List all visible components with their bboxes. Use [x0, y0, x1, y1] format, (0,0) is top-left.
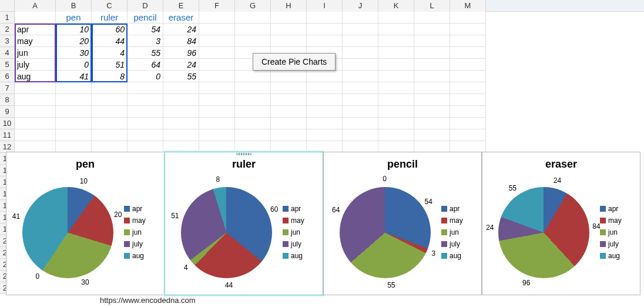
cell-A11[interactable] [15, 129, 56, 141]
cell-L6[interactable] [414, 71, 450, 82]
cell-I11[interactable] [307, 129, 343, 141]
cell-C2[interactable]: 60 [92, 24, 128, 35]
cell-L4[interactable] [414, 47, 450, 59]
cell-M10[interactable] [450, 118, 486, 129]
cell-L2[interactable] [414, 24, 450, 35]
cell-F1[interactable] [199, 12, 235, 24]
cell-G6[interactable] [235, 71, 271, 82]
cell-J2[interactable] [343, 24, 378, 35]
cell-C12[interactable] [92, 141, 128, 153]
cell-A7[interactable] [15, 82, 56, 94]
cell-E2[interactable]: 24 [163, 24, 199, 35]
cell-C7[interactable] [92, 82, 128, 94]
cell-K2[interactable] [378, 24, 414, 35]
cell-M6[interactable] [450, 71, 486, 82]
cell-E12[interactable] [163, 141, 199, 153]
cell-L1[interactable] [414, 12, 450, 24]
cell-A4[interactable]: jun [15, 47, 56, 59]
cell-B12[interactable] [56, 141, 92, 153]
chart-card-pen[interactable]: pen102030041aprmayjunjulyaug [6, 152, 165, 295]
row-header-10[interactable]: 10 [0, 118, 15, 129]
cell-E3[interactable]: 84 [163, 35, 199, 47]
cell-H1[interactable] [271, 12, 307, 24]
cell-J1[interactable] [343, 12, 378, 24]
cell-C6[interactable]: 8 [92, 71, 128, 82]
cell-M1[interactable] [450, 12, 486, 24]
cell-L11[interactable] [414, 129, 450, 141]
cell-F7[interactable] [199, 82, 235, 94]
cell-D5[interactable]: 64 [128, 59, 163, 71]
cell-J8[interactable] [343, 94, 378, 106]
cell-M7[interactable] [450, 82, 486, 94]
cell-J12[interactable] [343, 141, 378, 153]
column-header-A[interactable]: A [15, 0, 56, 12]
column-header-B[interactable]: B [56, 0, 92, 12]
cell-M5[interactable] [450, 59, 486, 71]
cell-I1[interactable] [307, 12, 343, 24]
cell-G2[interactable] [235, 24, 271, 35]
cell-K6[interactable] [378, 71, 414, 82]
row-header-2[interactable]: 2 [0, 24, 15, 35]
cell-G11[interactable] [235, 129, 271, 141]
cell-E7[interactable] [163, 82, 199, 94]
cell-E1[interactable]: eraser [163, 12, 199, 24]
cell-G8[interactable] [235, 94, 271, 106]
cell-F5[interactable] [199, 59, 235, 71]
row-header-7[interactable]: 7 [0, 82, 15, 94]
cell-D7[interactable] [128, 82, 163, 94]
cell-F3[interactable] [199, 35, 235, 47]
cell-E9[interactable] [163, 106, 199, 118]
row-header-3[interactable]: 3 [0, 35, 15, 47]
cell-D12[interactable] [128, 141, 163, 153]
cell-M2[interactable] [450, 24, 486, 35]
cell-D8[interactable] [128, 94, 163, 106]
cell-B7[interactable] [56, 82, 92, 94]
cell-A2[interactable]: apr [15, 24, 56, 35]
cell-K3[interactable] [378, 35, 414, 47]
chart-card-ruler[interactable]: ruler60444518aprmayjunjulyaug [165, 152, 323, 295]
cell-C9[interactable] [92, 106, 128, 118]
column-header-C[interactable]: C [92, 0, 128, 12]
cell-K12[interactable] [378, 141, 414, 153]
cell-B3[interactable]: 20 [56, 35, 92, 47]
cell-J6[interactable] [343, 71, 378, 82]
row-header-12[interactable]: 12 [0, 141, 15, 153]
cell-F11[interactable] [199, 129, 235, 141]
cell-K10[interactable] [378, 118, 414, 129]
cell-A5[interactable]: july [15, 59, 56, 71]
column-header-K[interactable]: K [378, 0, 414, 12]
cell-D6[interactable]: 0 [128, 71, 163, 82]
cell-D4[interactable]: 55 [128, 47, 163, 59]
cell-C5[interactable]: 51 [92, 59, 128, 71]
cell-L3[interactable] [414, 35, 450, 47]
cell-A12[interactable] [15, 141, 56, 153]
cell-B8[interactable] [56, 94, 92, 106]
row-header-1[interactable]: 1 [0, 12, 15, 24]
cell-I12[interactable] [307, 141, 343, 153]
cell-M9[interactable] [450, 106, 486, 118]
row-header-8[interactable]: 8 [0, 94, 15, 106]
cell-C4[interactable]: 4 [92, 47, 128, 59]
cell-L10[interactable] [414, 118, 450, 129]
cell-C1[interactable]: ruler [92, 12, 128, 24]
cell-D2[interactable]: 54 [128, 24, 163, 35]
cell-D9[interactable] [128, 106, 163, 118]
cell-K7[interactable] [378, 82, 414, 94]
cell-I2[interactable] [307, 24, 343, 35]
cell-D3[interactable]: 3 [128, 35, 163, 47]
cell-M8[interactable] [450, 94, 486, 106]
column-header-M[interactable]: M [450, 0, 486, 12]
cell-H8[interactable] [271, 94, 307, 106]
cell-F6[interactable] [199, 71, 235, 82]
column-header-L[interactable]: L [414, 0, 450, 12]
cell-M3[interactable] [450, 35, 486, 47]
row-header-11[interactable]: 11 [0, 129, 15, 141]
cell-B2[interactable]: 10 [56, 24, 92, 35]
cell-J11[interactable] [343, 129, 378, 141]
column-header-F[interactable]: F [199, 0, 235, 12]
cell-C8[interactable] [92, 94, 128, 106]
cell-F4[interactable] [199, 47, 235, 59]
row-header-4[interactable]: 4 [0, 47, 15, 59]
cell-M11[interactable] [450, 129, 486, 141]
column-header-H[interactable]: H [271, 0, 307, 12]
